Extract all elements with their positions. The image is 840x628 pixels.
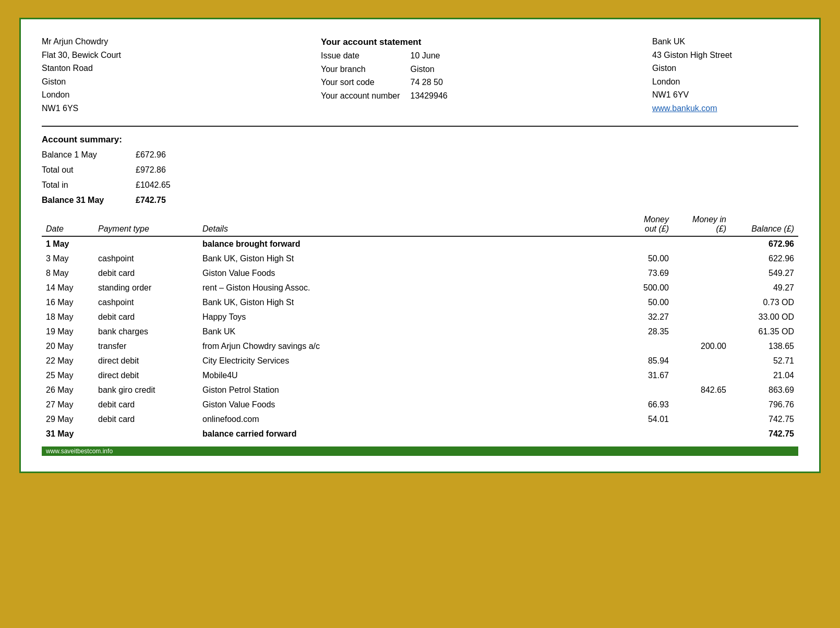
bank-address1: 43 Giston High Street [652, 49, 798, 62]
cell-date: 8 May [42, 266, 94, 281]
summary-label-0: Balance 1 May [42, 148, 136, 163]
cell-details: Mobile4U [198, 368, 616, 383]
bank-address4: NW1 6YV [652, 88, 798, 102]
col-header-details: Details [198, 212, 616, 236]
cell-details: Giston Value Foods [198, 397, 616, 412]
cell-money-in [673, 236, 730, 251]
cell-details: Giston Value Foods [198, 266, 616, 281]
summary-label-2: Total in [42, 178, 136, 193]
outer-border: Mr Arjun Chowdry Flat 30, Bewick Court S… [13, 11, 827, 617]
summary-row-3: Balance 31 May £742.75 [42, 193, 798, 208]
cell-money-in [673, 354, 730, 368]
cell-details: from Arjun Chowdry savings a/c [198, 339, 616, 354]
cell-balance: 138.65 [730, 339, 798, 354]
cell-payment: bank giro credit [94, 383, 198, 397]
footer-text: www.saveitbestcom.info [46, 448, 113, 455]
cell-money-out: 54.01 [616, 412, 673, 427]
col-header-date: Date [42, 212, 94, 236]
cell-payment: debit card [94, 412, 198, 427]
cell-money-in: 842.65 [673, 383, 730, 397]
cell-details: City Electricity Services [198, 354, 616, 368]
cell-money-in [673, 251, 730, 266]
cell-balance: 49.27 [730, 281, 798, 295]
statement-title: Your account statement [321, 35, 519, 49]
cell-payment: bank charges [94, 324, 198, 339]
cell-balance: 52.71 [730, 354, 798, 368]
cell-money-out: 500.00 [616, 281, 673, 295]
cell-balance: 21.04 [730, 368, 798, 383]
cell-date: 27 May [42, 397, 94, 412]
footer-bar: www.saveitbestcom.info [42, 446, 798, 456]
summary-value-2: £1042.65 [136, 178, 198, 193]
bank-address3: London [652, 75, 798, 89]
cell-money-out: 28.35 [616, 324, 673, 339]
customer-name: Mr Arjun Chowdry [42, 35, 188, 49]
cell-money-out: 50.00 [616, 251, 673, 266]
cell-payment: debit card [94, 266, 198, 281]
cell-date: 25 May [42, 368, 94, 383]
cell-date: 20 May [42, 339, 94, 354]
cell-details: balance carried forward [198, 427, 616, 441]
cell-payment: cashpoint [94, 251, 198, 266]
cell-details: Happy Toys [198, 310, 616, 324]
transactions-table: Date Payment type Details Money out (£) … [42, 212, 798, 441]
cell-date: 14 May [42, 281, 94, 295]
cell-money-out: 66.93 [616, 397, 673, 412]
col-header-money-in: Money in (£) [673, 212, 730, 236]
cell-money-in [673, 397, 730, 412]
cell-payment: transfer [94, 339, 198, 354]
cell-payment: debit card [94, 310, 198, 324]
cell-date: 1 May [42, 236, 94, 251]
table-row: 29 May debit card onlinefood.com 54.01 7… [42, 412, 798, 427]
cell-balance: 742.75 [730, 412, 798, 427]
cell-money-in [673, 295, 730, 310]
cell-balance: 863.69 [730, 383, 798, 397]
account-label: Your account number [321, 89, 411, 103]
cell-details: onlinefood.com [198, 412, 616, 427]
cell-money-in [673, 368, 730, 383]
inner-border: Mr Arjun Chowdry Flat 30, Bewick Court S… [19, 18, 821, 473]
table-row: 3 May cashpoint Bank UK, Giston High St … [42, 251, 798, 266]
cell-money-in [673, 427, 730, 441]
table-row: 20 May transfer from Arjun Chowdry savin… [42, 339, 798, 354]
cell-money-out [616, 236, 673, 251]
cell-payment: debit card [94, 397, 198, 412]
cell-date: 18 May [42, 310, 94, 324]
cell-details: Giston Petrol Station [198, 383, 616, 397]
cell-money-out [616, 339, 673, 354]
cell-balance: 549.27 [730, 266, 798, 281]
bank-website[interactable]: www.bankuk.com [652, 102, 798, 115]
cell-balance: 33.00 OD [730, 310, 798, 324]
col-header-balance: Balance (£) [730, 212, 798, 236]
cell-payment: standing order [94, 281, 198, 295]
col-header-money-out: Money out (£) [616, 212, 673, 236]
table-row: 26 May bank giro credit Giston Petrol St… [42, 383, 798, 397]
customer-address5: NW1 6YS [42, 102, 188, 115]
summary-value-3: £742.75 [136, 193, 198, 208]
cell-balance: 61.35 OD [730, 324, 798, 339]
cell-money-out: 50.00 [616, 295, 673, 310]
cell-date: 16 May [42, 295, 94, 310]
header-section: Mr Arjun Chowdry Flat 30, Bewick Court S… [42, 35, 798, 115]
cell-details: rent – Giston Housing Assoc. [198, 281, 616, 295]
bank-address2: Giston [652, 62, 798, 75]
bank-address: Bank UK 43 Giston High Street Giston Lon… [652, 35, 798, 115]
cell-balance: 796.76 [730, 397, 798, 412]
customer-address2: Stanton Road [42, 62, 188, 75]
table-header-row: Date Payment type Details Money out (£) … [42, 212, 798, 236]
summary-row-1: Total out £972.86 [42, 163, 798, 178]
cell-money-in [673, 324, 730, 339]
cell-money-out: 85.94 [616, 354, 673, 368]
header-divider [42, 126, 798, 127]
cell-money-in [673, 412, 730, 427]
table-row: 27 May debit card Giston Value Foods 66.… [42, 397, 798, 412]
customer-address1: Flat 30, Bewick Court [42, 49, 188, 62]
table-row: 31 May balance carried forward 742.75 [42, 427, 798, 441]
customer-address3: Giston [42, 75, 188, 89]
cell-date: 31 May [42, 427, 94, 441]
table-row: 16 May cashpoint Bank UK, Giston High St… [42, 295, 798, 310]
cell-details: Bank UK, Giston High St [198, 251, 616, 266]
summary-label-1: Total out [42, 163, 136, 178]
table-row: 1 May balance brought forward 672.96 [42, 236, 798, 251]
col-header-payment: Payment type [94, 212, 198, 236]
